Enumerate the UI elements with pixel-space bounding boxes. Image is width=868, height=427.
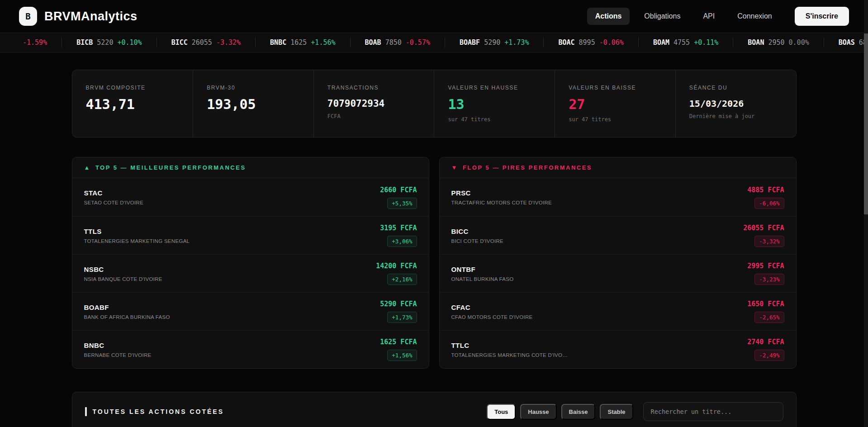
top5-row[interactable]: BNBCBERNABE COTE D'IVOIRE 1625 FCFA+1,56… — [72, 330, 429, 368]
flop5-row[interactable]: CFACCFAO MOTORS COTE D'IVOIRE 1650 FCFA-… — [440, 292, 796, 330]
up-triangle-icon: ▲ — [84, 164, 91, 171]
change-badge: -3,23% — [754, 274, 784, 285]
stat-value: 7079072934 — [327, 98, 434, 109]
change-badge: +1,56% — [387, 350, 417, 361]
stock-symbol: BOABF — [84, 304, 170, 311]
stock-price: 1625 FCFA — [380, 338, 417, 346]
ticker-item[interactable]: BOAC8995-0.06% — [543, 38, 638, 47]
stat-brvm-30: BRVM-30 193,05 — [193, 70, 313, 137]
filter-group: Tous Hausse Baisse Stable — [487, 404, 633, 420]
stat-sub: Dernière mise à jour — [689, 113, 796, 119]
title-bar-icon — [85, 407, 87, 416]
scrollbar-thumb[interactable] — [864, 33, 868, 214]
stock-price: 5290 FCFA — [380, 300, 417, 308]
top5-header: ▲ TOP 5 — MEILLEURES PERFORMANCES — [72, 157, 429, 178]
stock-symbol: BNBC — [84, 342, 152, 349]
ticker-item[interactable]: BOABF5290+1.73% — [445, 38, 543, 47]
change-badge: +3,06% — [387, 236, 417, 247]
nav-item-connexion[interactable]: Connexion — [729, 8, 780, 25]
stock-price: 4885 FCFA — [747, 186, 784, 194]
change-badge: +2,16% — [387, 274, 417, 285]
ticker-item[interactable]: -1.59% — [0, 38, 62, 47]
change-badge: -6,06% — [754, 198, 784, 209]
stock-symbol: PRSC — [451, 189, 552, 197]
section-title: TOUTES LES ACTIONS COTÉES — [85, 407, 224, 416]
stock-name: SETAO COTE D'IVOIRE — [84, 200, 144, 205]
stock-symbol: STAC — [84, 189, 144, 197]
stat-sub: FCFA — [327, 113, 434, 119]
stock-price: 3195 FCFA — [380, 224, 417, 232]
down-triangle-icon: ▼ — [451, 164, 458, 171]
stock-symbol: ONTBF — [451, 266, 514, 273]
flop5-row[interactable]: PRSCTRACTAFRIC MOTORS COTE D'IVOIRE 4885… — [440, 178, 796, 216]
stat-sub: sur 47 titres — [569, 116, 675, 123]
stock-symbol: TTLC — [451, 342, 568, 349]
change-badge: +5,35% — [387, 198, 417, 209]
stat-value: 193,05 — [207, 96, 313, 112]
stock-symbol: CFAC — [451, 304, 533, 311]
nav-item-obligations[interactable]: Obligations — [636, 8, 688, 25]
top5-row[interactable]: NSBCNSIA BANQUE COTE D'IVOIRE 14200 FCFA… — [72, 254, 429, 292]
ticker-item[interactable]: BOAM4755+0.11% — [638, 38, 733, 47]
filter-hausse[interactable]: Hausse — [520, 404, 556, 420]
stat-value: 27 — [569, 96, 675, 112]
stock-symbol: BICC — [451, 228, 504, 235]
nav-item-api[interactable]: API — [695, 8, 723, 25]
filter-stable[interactable]: Stable — [600, 404, 633, 420]
stat-valeurs-hausse: VALEURS EN HAUSSE 13 sur 47 titres — [434, 70, 555, 137]
brand-logo-icon: B — [19, 7, 37, 26]
search-input[interactable] — [643, 402, 783, 421]
flop5-row[interactable]: ONTBFONATEL BURKINA FASO 2995 FCFA-3,23% — [440, 254, 796, 292]
ticker-item[interactable]: BOAB7850-0.57% — [350, 38, 445, 47]
market-stats-strip: BRVM COMPOSITE 413,71 BRVM-30 193,05 TRA… — [72, 70, 797, 138]
stock-price: 2660 FCFA — [380, 186, 417, 194]
stock-price: 2995 FCFA — [747, 262, 784, 270]
flop5-title: FLOP 5 — PIRES PERFORMANCES — [463, 164, 592, 171]
stock-price: 2740 FCFA — [747, 338, 784, 346]
stat-sub: sur 47 titres — [448, 116, 555, 123]
ticker-item[interactable]: BICB5220+0.10% — [62, 38, 156, 47]
flop5-row[interactable]: TTLCTOTALENERGIES MARKETING COTE D'IVO… … — [440, 330, 796, 368]
change-badge: -2,49% — [754, 350, 784, 361]
stat-value: 15/03/2026 — [689, 98, 796, 109]
top-nav: B BRVMAnalytics Actions Obligations API … — [0, 0, 868, 33]
change-badge: -2,65% — [754, 312, 784, 323]
stock-symbol: TTLS — [84, 228, 190, 235]
stock-price: 1650 FCFA — [747, 300, 784, 308]
top5-row[interactable]: STACSETAO COTE D'IVOIRE 2660 FCFA+5,35% — [72, 178, 429, 216]
stock-name: TOTALENERGIES MARKETING COTE D'IVO… — [451, 352, 568, 358]
brand-name: BRVMAnalytics — [44, 9, 138, 24]
scrollbar[interactable] — [864, 0, 868, 427]
filter-tous[interactable]: Tous — [487, 404, 516, 420]
stock-name: NSIA BANQUE COTE D'IVOIRE — [84, 276, 162, 282]
change-badge: +1,73% — [387, 312, 417, 323]
brand[interactable]: B BRVMAnalytics — [19, 7, 138, 26]
ticker-item[interactable]: BNBC1625+1.56% — [255, 38, 350, 47]
flop5-row[interactable]: BICCBICI COTE D'IVOIRE 26055 FCFA-3,32% — [440, 216, 796, 254]
stock-name: CFAO MOTORS COTE D'IVOIRE — [451, 314, 533, 320]
all-stocks-header: TOUTES LES ACTIONS COTÉES Tous Hausse Ba… — [72, 392, 796, 427]
ticker-item[interactable]: BOAS6890-1.57% — [824, 38, 868, 47]
stock-price: 14200 FCFA — [376, 262, 417, 270]
stat-valeurs-baisse: VALEURS EN BAISSE 27 sur 47 titres — [555, 70, 675, 137]
stock-name: BANK OF AFRICA BURKINA FASO — [84, 314, 170, 320]
stock-name: TRACTAFRIC MOTORS COTE D'IVOIRE — [451, 200, 552, 205]
flop5-header: ▼ FLOP 5 — PIRES PERFORMANCES — [440, 157, 796, 178]
nav-item-actions[interactable]: Actions — [587, 8, 630, 25]
change-badge: -3,32% — [754, 236, 784, 247]
stat-value: 13 — [448, 96, 555, 112]
all-stocks-panel: TOUTES LES ACTIONS COTÉES Tous Hausse Ba… — [72, 392, 797, 427]
ticker-tape: -1.59% BICB5220+0.10% BICC26055-3.32% BN… — [0, 33, 868, 52]
filter-baisse[interactable]: Baisse — [561, 404, 596, 420]
stat-value: 413,71 — [86, 96, 193, 112]
top5-title: TOP 5 — MEILLEURES PERFORMANCES — [95, 164, 246, 171]
top5-panel: ▲ TOP 5 — MEILLEURES PERFORMANCES STACSE… — [72, 157, 429, 369]
signup-button[interactable]: S'inscrire — [795, 7, 849, 26]
stock-symbol: NSBC — [84, 266, 162, 273]
stat-transactions: TRANSACTIONS 7079072934 FCFA — [313, 70, 434, 137]
ticker-item[interactable]: BOAN29500.00% — [733, 38, 823, 47]
ticker-item[interactable]: BICC26055-3.32% — [157, 38, 255, 47]
flop5-panel: ▼ FLOP 5 — PIRES PERFORMANCES PRSCTRACTA… — [439, 157, 797, 369]
top5-row[interactable]: TTLSTOTALENERGIES MARKETING SENEGAL 3195… — [72, 216, 429, 254]
top5-row[interactable]: BOABFBANK OF AFRICA BURKINA FASO 5290 FC… — [72, 292, 429, 330]
